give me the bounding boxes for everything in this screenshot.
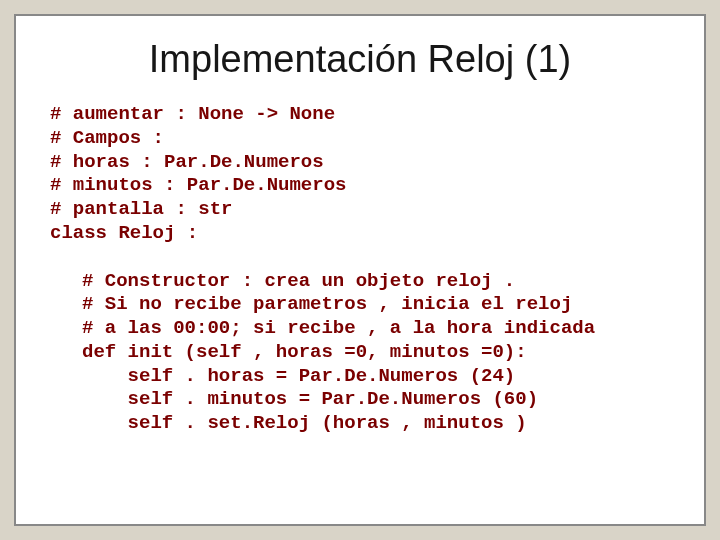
code-line: # pantalla : str xyxy=(50,198,232,220)
code-line: # aumentar : None -> None xyxy=(50,103,335,125)
content-panel: Implementación Reloj (1) # aumentar : No… xyxy=(14,14,706,526)
code-line: self . horas = Par.De.Numeros (24) xyxy=(82,365,515,387)
code-line: # minutos : Par.De.Numeros xyxy=(50,174,346,196)
code-line: class Reloj : xyxy=(50,222,198,244)
code-block-2: # Constructor : crea un objeto reloj . #… xyxy=(82,270,670,436)
slide: Implementación Reloj (1) # aumentar : No… xyxy=(0,0,720,540)
code-line: self . minutos = Par.De.Numeros (60) xyxy=(82,388,538,410)
code-line: def init (self , horas =0, minutos =0): xyxy=(82,341,527,363)
code-line: # Si no recibe parametros , inicia el re… xyxy=(82,293,572,315)
code-block-1: # aumentar : None -> None # Campos : # h… xyxy=(50,103,670,246)
code-line: self . set.Reloj (horas , minutos ) xyxy=(82,412,527,434)
code-line: # horas : Par.De.Numeros xyxy=(50,151,324,173)
code-line: # Campos : xyxy=(50,127,164,149)
code-line: # Constructor : crea un objeto reloj . xyxy=(82,270,515,292)
slide-title: Implementación Reloj (1) xyxy=(50,38,670,81)
code-line: # a las 00:00; si recibe , a la hora ind… xyxy=(82,317,595,339)
